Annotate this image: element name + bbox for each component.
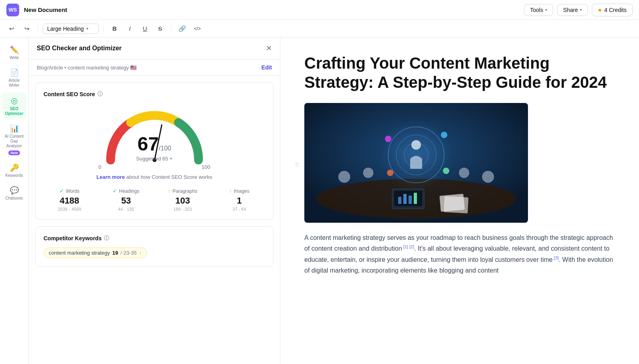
sidebar-item-article-writer[interactable]: 📄 Article Writer xyxy=(2,65,26,91)
sidebar-write-label: Write xyxy=(10,55,19,60)
toolbar: ↩ ↪ Large Heading ▾ B I U S 🔗 </> xyxy=(0,20,639,38)
panel-edit-link[interactable]: Edit xyxy=(262,64,272,71)
keywords-info-icon[interactable]: ⓘ xyxy=(104,235,109,242)
svg-rect-22 xyxy=(414,193,417,204)
heading-chevron-icon: ▾ xyxy=(86,26,88,31)
stat-words: ✓ Words 4188 2638 - 4569 xyxy=(44,188,95,212)
svg-point-16 xyxy=(482,171,494,183)
seo-optimizer-icon: ◎ xyxy=(11,96,18,105)
sidebar-item-write[interactable]: ✏️ Write xyxy=(2,42,26,63)
keyword-tag[interactable]: content marketing strategy 19 / 23-35 ↑ xyxy=(44,247,147,258)
panel-close-button[interactable]: ✕ xyxy=(266,44,272,53)
doc-image-inner xyxy=(304,103,528,223)
stat-words-range: 2638 - 4569 xyxy=(44,207,95,212)
svg-rect-20 xyxy=(403,194,407,204)
underline-button[interactable]: U xyxy=(139,23,151,35)
stat-paragraphs: ↑ Paragraphs 103 189 - 203 xyxy=(157,188,209,212)
content-wrapper: ⠿ Crafting Your Content Marketing Strate… xyxy=(304,53,615,276)
score-info-icon[interactable]: ⓘ xyxy=(97,91,103,98)
svg-rect-21 xyxy=(409,196,412,204)
toolbar-separator xyxy=(38,25,38,33)
code-button[interactable]: </> xyxy=(191,23,203,35)
chatsonic-icon: 💬 xyxy=(10,186,19,195)
sidebar-item-ai-content-gap[interactable]: 📊 AI Content Gap Analyzer New xyxy=(2,121,26,158)
sidebar: ✏️ Write 📄 Article Writer ◎ SEO Optimize… xyxy=(0,38,29,364)
strikethrough-button[interactable]: S xyxy=(154,23,166,35)
stat-paragraphs-label: Paragraphs xyxy=(173,188,197,194)
headings-check-icon: ✓ xyxy=(113,188,117,194)
stat-images-header: ↑ Images xyxy=(213,188,265,194)
citation-3: [3] xyxy=(553,255,559,260)
app-logo: WS xyxy=(6,4,19,16)
link-button[interactable]: 🔗 xyxy=(176,23,188,35)
sidebar-article-label: Article Writer xyxy=(5,78,24,88)
svg-point-12 xyxy=(387,170,393,176)
doc-paragraph: A content marketing strategy serves as y… xyxy=(304,232,615,276)
redo-button[interactable]: ↪ xyxy=(21,23,33,35)
stat-paragraphs-range: 189 - 203 xyxy=(157,207,209,212)
svg-point-10 xyxy=(441,132,447,138)
stat-headings-header: ✓ Headings xyxy=(100,188,152,194)
credits-coin-icon: ● xyxy=(598,6,602,14)
topbar-right: Tools ▾ Share ▾ ● 4 Credits xyxy=(524,4,633,16)
toolbar-separator-2 xyxy=(103,25,104,33)
score-suggested: Suggested 65 + xyxy=(136,156,173,162)
sidebar-seo-label: SEO Optimizer xyxy=(5,107,24,116)
keyword-range: / 23-35 xyxy=(121,250,137,256)
score-max: /100 xyxy=(159,145,171,152)
score-value: 67 xyxy=(137,133,159,154)
panel-header: SEO Checker and Optimizer ✕ xyxy=(29,38,280,59)
keyword-trend-icon: ↑ xyxy=(139,250,142,256)
heading-select[interactable]: Large Heading ▾ xyxy=(43,24,99,34)
sidebar-chatsonic-label: Chatsonic xyxy=(5,196,23,201)
keywords-title-text: Competitor Keywords xyxy=(44,235,101,241)
sidebar-item-seo-optimizer[interactable]: ◎ SEO Optimizer xyxy=(2,93,26,119)
keyword-count: 19 xyxy=(112,250,118,256)
learn-more-link[interactable]: Learn more xyxy=(97,174,125,180)
score-title: Content SEO Score ⓘ xyxy=(44,91,265,98)
toolbar-separator-3 xyxy=(171,25,171,33)
credits-label: 4 Credits xyxy=(604,7,627,13)
stat-words-value: 4188 xyxy=(44,196,95,206)
topbar: WS New Document Tools ▾ Share ▾ ● 4 Cred… xyxy=(0,0,639,20)
share-button[interactable]: Share ▾ xyxy=(557,4,588,16)
keyword-tag-text: content marketing strategy xyxy=(49,250,110,256)
tools-button[interactable]: Tools ▾ xyxy=(524,4,553,16)
sidebar-item-keywords[interactable]: 🔑 Keywords xyxy=(2,160,26,181)
keywords-title: Competitor Keywords ⓘ xyxy=(44,235,265,242)
drag-handle-icon[interactable]: ⠿ xyxy=(295,161,300,168)
seo-panel: SEO Checker and Optimizer ✕ Blog/Article… xyxy=(29,38,280,364)
svg-point-14 xyxy=(363,168,373,178)
heading-select-label: Large Heading xyxy=(47,26,84,32)
svg-rect-19 xyxy=(398,197,401,204)
doc-main-title: Crafting Your Content Marketing Strategy… xyxy=(304,53,615,92)
stat-images-range: 37 - 64 xyxy=(213,207,265,212)
doc-hero-image xyxy=(304,103,528,223)
svg-point-13 xyxy=(338,171,350,183)
new-badge: New xyxy=(8,150,20,155)
svg-point-15 xyxy=(459,168,469,178)
score-title-text: Content SEO Score xyxy=(44,91,95,97)
ai-content-gap-icon: 📊 xyxy=(10,124,19,133)
panel-title: SEO Checker and Optimizer xyxy=(37,45,122,52)
stat-paragraphs-value: 103 xyxy=(157,196,209,206)
svg-point-4 xyxy=(380,119,452,191)
paragraphs-arrow-icon: ↑ xyxy=(168,188,171,194)
stat-words-header: ✓ Words xyxy=(44,188,95,194)
stats-row: ✓ Words 4188 2638 - 4569 ✓ Headings 53 4… xyxy=(44,188,265,212)
share-chevron-icon: ▾ xyxy=(580,8,582,12)
undo-button[interactable]: ↩ xyxy=(6,23,18,35)
bold-button[interactable]: B xyxy=(109,23,121,35)
tools-chevron-icon: ▾ xyxy=(545,8,547,12)
content-area: ⠿ Crafting Your Content Marketing Strate… xyxy=(280,38,639,364)
stat-images: ↑ Images 1 37 - 64 xyxy=(213,188,265,212)
score-card: Content SEO Score ⓘ xyxy=(35,82,274,220)
words-check-icon: ✓ xyxy=(60,188,64,194)
citation-1-2: [1] [2] xyxy=(402,244,415,249)
stat-images-label: Images xyxy=(234,188,249,194)
sidebar-item-chatsonic[interactable]: 💬 Chatsonic xyxy=(2,183,26,204)
gauge-container: 67/100 Suggested 65 + 0 100 Learn more a… xyxy=(44,104,265,180)
credits-button[interactable]: ● 4 Credits xyxy=(592,4,633,16)
italic-button[interactable]: I xyxy=(124,23,136,35)
write-icon: ✏️ xyxy=(10,46,19,54)
